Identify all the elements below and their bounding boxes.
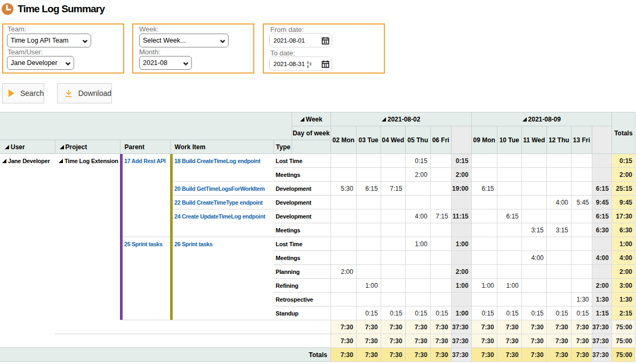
svg-text:31: 31: [324, 63, 328, 67]
svg-text:31: 31: [324, 40, 328, 44]
